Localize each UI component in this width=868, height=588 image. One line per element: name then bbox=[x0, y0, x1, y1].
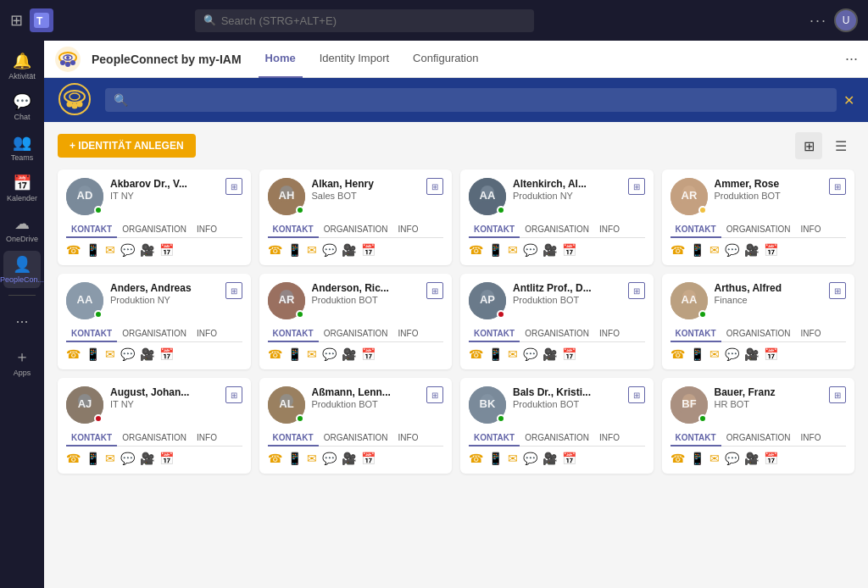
tab-configuration[interactable]: Configuration bbox=[406, 41, 485, 42]
tab-home[interactable]: Home bbox=[259, 41, 303, 42]
global-search-input[interactable] bbox=[221, 14, 526, 27]
global-search[interactable]: 🔍 bbox=[195, 9, 534, 32]
teams-logo: T bbox=[30, 8, 53, 32]
search-icon: 🔍 bbox=[203, 14, 216, 26]
tab-identity-import[interactable]: Identity Import bbox=[313, 41, 396, 42]
top-bar: ⊞ T 🔍 ··· U bbox=[0, 0, 868, 41]
top-bar-more[interactable]: ··· bbox=[810, 12, 827, 30]
top-bar-right: ··· U bbox=[810, 8, 858, 32]
grid-icon[interactable]: ⊞ bbox=[10, 11, 23, 30]
user-avatar[interactable]: U bbox=[834, 8, 858, 32]
svg-text:T: T bbox=[36, 15, 43, 27]
